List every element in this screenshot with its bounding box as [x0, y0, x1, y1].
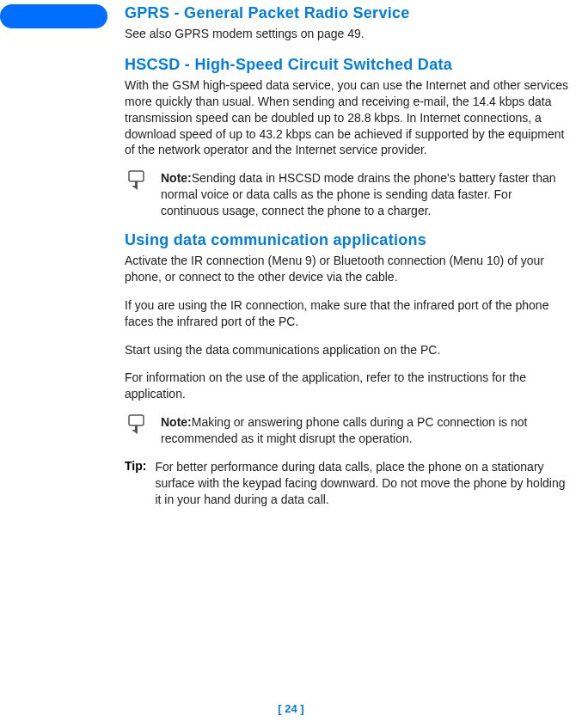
- note-icon: [126, 414, 152, 438]
- svg-rect-0: [129, 171, 144, 181]
- heading-hscsd: HSCSD - High-Speed Circuit Switched Data: [125, 56, 569, 74]
- note-text-1: Note:Sending data in HSCSD mode drains t…: [161, 170, 569, 219]
- paragraph-info: For information on the use of the applic…: [125, 370, 569, 402]
- tip-label: Tip:: [125, 459, 146, 473]
- page-number: [ 24 ]: [0, 702, 582, 715]
- tip-text: For better performance during data calls…: [155, 459, 569, 508]
- heading-apps: Using data communication applications: [125, 231, 569, 249]
- note-block-1: Note:Sending data in HSCSD mode drains t…: [125, 170, 569, 219]
- paragraph-start: Start using the data communications appl…: [125, 342, 569, 358]
- note-body-2: Making or answering phone calls during a…: [161, 415, 527, 445]
- svg-rect-1: [129, 415, 144, 425]
- note-text-2: Note:Making or answering phone calls dur…: [161, 414, 569, 447]
- paragraph-hscsd: With the GSM high-speed data service, yo…: [125, 77, 569, 158]
- heading-gprs: GPRS - General Packet Radio Service: [125, 4, 569, 22]
- note-label-2: Note:: [161, 415, 192, 429]
- paragraph-ir: If you are using the IR connection, make…: [125, 297, 569, 330]
- note-icon: [126, 170, 152, 194]
- paragraph-activate: Activate the IR connection (Menu 9) or B…: [125, 253, 569, 285]
- note-block-2: Note:Making or answering phone calls dur…: [125, 414, 569, 447]
- note-label-1: Note:: [161, 171, 192, 185]
- subtext-gprs: See also GPRS modem settings on page 49.: [125, 26, 569, 42]
- section-tab: [0, 4, 107, 28]
- page-content: GPRS - General Packet Radio Service See …: [125, 4, 569, 520]
- tip-block: Tip: For better performance during data …: [125, 459, 569, 508]
- note-body-1: Sending data in HSCSD mode drains the ph…: [161, 171, 556, 217]
